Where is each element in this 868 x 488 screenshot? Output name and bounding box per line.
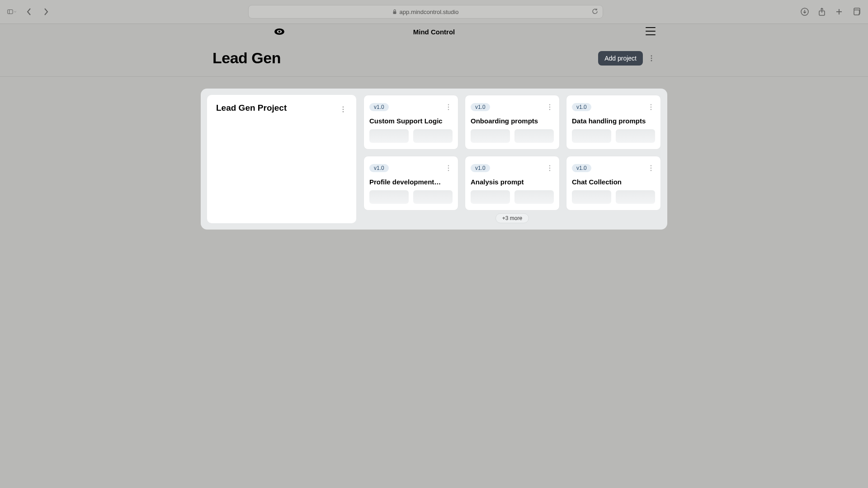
card-placeholders — [471, 190, 554, 204]
add-project-button[interactable]: Add project — [598, 51, 643, 66]
logo-eye-icon[interactable] — [274, 26, 285, 38]
project-name: Lead Gen Project — [216, 103, 287, 113]
card-placeholders — [369, 190, 453, 204]
card-more-button[interactable] — [444, 162, 453, 174]
svg-point-35 — [651, 168, 651, 169]
card-title: Profile development… — [369, 178, 453, 186]
version-badge: v1.0 — [369, 164, 389, 172]
card-title: Data handling prompts — [572, 117, 655, 125]
tabs-overview-button[interactable] — [852, 7, 861, 16]
share-button[interactable] — [817, 7, 826, 16]
page-more-button[interactable] — [647, 52, 656, 65]
svg-point-15 — [651, 60, 652, 61]
card-title: Onboarding prompts — [471, 117, 554, 125]
chevron-down-icon — [14, 10, 16, 13]
version-badge: v1.0 — [572, 164, 591, 172]
page-title: Lead Gen — [212, 49, 281, 67]
card-more-button[interactable] — [647, 101, 655, 113]
chrome-left-group — [7, 7, 51, 16]
svg-point-34 — [651, 165, 651, 166]
version-badge: v1.0 — [471, 164, 490, 172]
version-badge: v1.0 — [471, 103, 490, 111]
svg-rect-2 — [393, 11, 396, 14]
svg-point-14 — [651, 57, 652, 59]
svg-point-36 — [651, 170, 651, 171]
main-area: Lead Gen Project v1.0 Custom Support Log… — [0, 77, 868, 230]
svg-point-13 — [651, 55, 652, 56]
card-placeholders — [369, 129, 453, 143]
back-button[interactable] — [24, 7, 33, 16]
svg-point-27 — [651, 109, 651, 110]
svg-point-22 — [549, 104, 550, 105]
title-bar: Lead Gen Add project — [0, 40, 868, 77]
prompt-card[interactable]: v1.0 Chat Collection — [566, 156, 661, 211]
card-more-button[interactable] — [647, 162, 655, 174]
svg-point-24 — [549, 109, 550, 110]
address-bar-wrapper: app.mindcontrol.studio — [57, 5, 794, 19]
project-more-button[interactable] — [339, 103, 347, 116]
menu-button[interactable] — [646, 27, 656, 35]
svg-point-28 — [448, 165, 449, 166]
prompt-card[interactable]: v1.0 Custom Support Logic — [363, 95, 458, 150]
version-badge: v1.0 — [572, 103, 591, 111]
svg-point-31 — [549, 165, 550, 166]
svg-point-17 — [343, 109, 344, 110]
svg-point-16 — [343, 106, 344, 108]
svg-point-32 — [549, 168, 550, 169]
lock-icon — [392, 9, 397, 14]
svg-point-30 — [448, 170, 449, 171]
project-side-card[interactable]: Lead Gen Project — [207, 95, 356, 223]
version-badge: v1.0 — [369, 103, 389, 111]
chrome-right-group — [800, 7, 861, 16]
brand-name: Mind Control — [413, 28, 455, 36]
app-header: Mind Control — [0, 24, 868, 40]
svg-rect-0 — [8, 9, 13, 14]
svg-point-21 — [448, 109, 449, 110]
svg-point-29 — [448, 168, 449, 169]
title-actions: Add project — [598, 51, 656, 66]
card-more-button[interactable] — [546, 162, 554, 174]
prompt-card[interactable]: v1.0 Data handling prompts — [566, 95, 661, 150]
prompt-card[interactable]: v1.0 Analysis prompt — [465, 156, 560, 211]
card-title: Custom Support Logic — [369, 117, 453, 125]
more-cards-button[interactable]: +3 more — [495, 213, 529, 223]
browser-chrome: app.mindcontrol.studio — [0, 0, 868, 24]
svg-point-18 — [343, 111, 344, 113]
new-tab-button[interactable] — [835, 7, 844, 16]
project-panel: Lead Gen Project v1.0 Custom Support Log… — [201, 89, 667, 230]
svg-point-20 — [448, 107, 449, 108]
sidebar-toggle-button[interactable] — [7, 7, 16, 16]
reload-button[interactable] — [592, 8, 598, 16]
card-more-button[interactable] — [546, 101, 554, 113]
prompt-card[interactable]: v1.0 Onboarding prompts — [465, 95, 560, 150]
card-more-button[interactable] — [444, 101, 453, 113]
more-pill-wrap: +3 more — [465, 213, 560, 223]
downloads-button[interactable] — [800, 7, 809, 16]
card-placeholders — [572, 190, 655, 204]
svg-point-25 — [651, 104, 651, 105]
card-placeholders — [572, 129, 655, 143]
svg-point-12 — [278, 31, 281, 33]
forward-button[interactable] — [42, 7, 51, 16]
svg-point-19 — [448, 104, 449, 105]
address-url: app.mindcontrol.studio — [400, 9, 459, 15]
card-title: Analysis prompt — [471, 178, 554, 186]
svg-point-33 — [549, 170, 550, 171]
card-grid: v1.0 Custom Support Logic v1.0 Onboardin… — [356, 95, 661, 223]
address-bar[interactable]: app.mindcontrol.studio — [248, 5, 603, 19]
prompt-card[interactable]: v1.0 Profile development… — [363, 156, 458, 211]
svg-point-23 — [549, 107, 550, 108]
svg-point-26 — [651, 107, 651, 108]
card-placeholders — [471, 129, 554, 143]
card-title: Chat Collection — [572, 178, 655, 186]
